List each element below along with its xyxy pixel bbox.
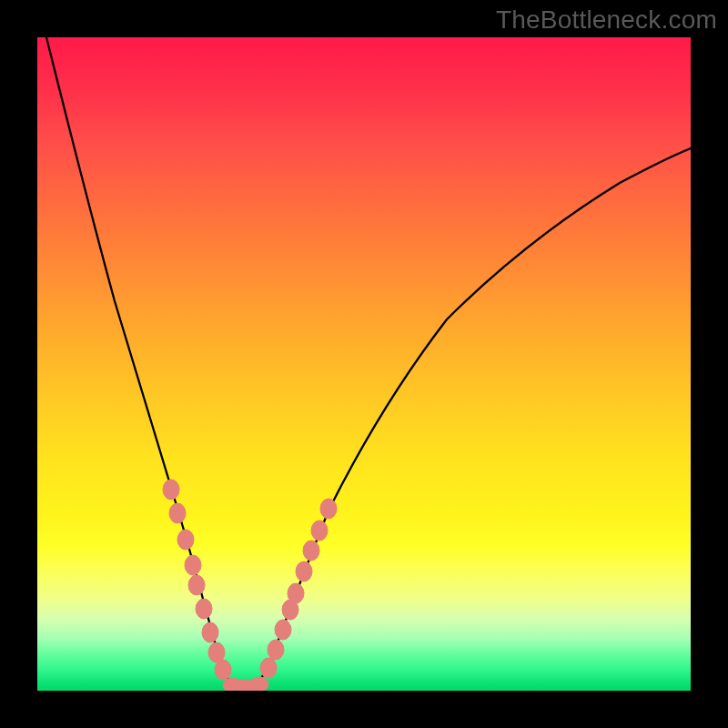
marker-left (188, 575, 205, 595)
marker-left (163, 480, 179, 500)
marker-left (177, 530, 194, 550)
marker-right (303, 541, 319, 561)
marker-left (185, 555, 201, 575)
chart-svg (37, 37, 691, 691)
marker-right (268, 640, 284, 660)
marker-left (196, 599, 212, 619)
marker-right (296, 561, 312, 581)
marker-right (320, 499, 337, 519)
marker-right (275, 620, 291, 640)
marker-left (215, 660, 231, 680)
right-curve (253, 148, 691, 689)
marker-left (169, 503, 186, 523)
plot-area (37, 37, 691, 691)
marker-right (288, 583, 304, 603)
marker-right (311, 521, 328, 541)
left-curve (46, 37, 238, 689)
marker-bottom (250, 677, 268, 691)
chart-frame: TheBottleneck.com (0, 0, 728, 728)
marker-right (260, 658, 277, 678)
watermark-text: TheBottleneck.com (496, 5, 717, 35)
marker-left (202, 622, 218, 642)
